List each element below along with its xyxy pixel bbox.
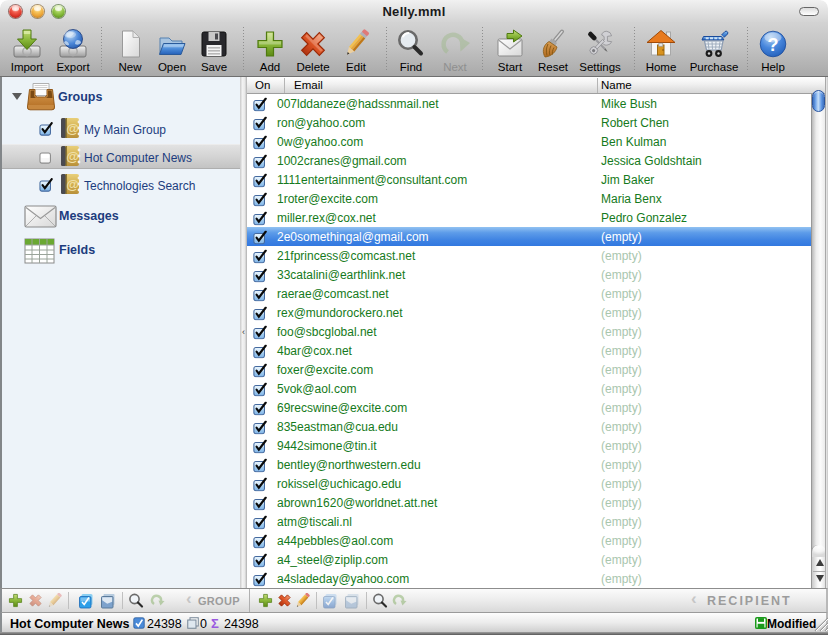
svg-text:?: ? [768, 35, 779, 55]
